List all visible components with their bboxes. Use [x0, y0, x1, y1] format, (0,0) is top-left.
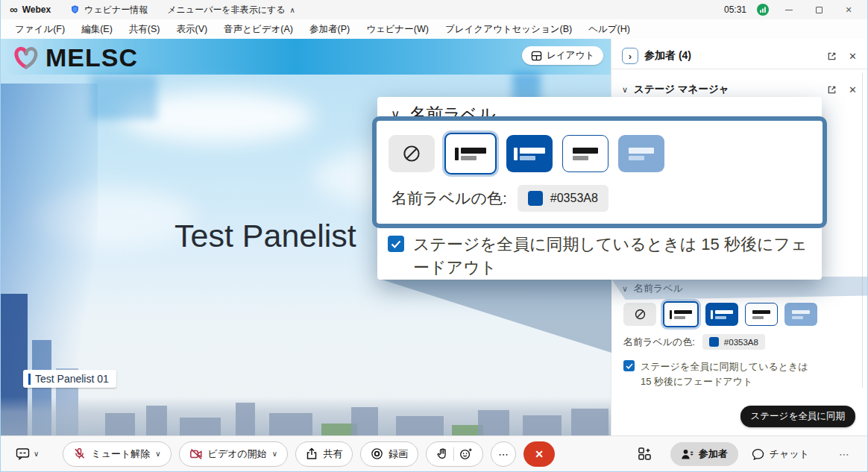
participants-icon: [681, 448, 694, 460]
label-style-accent-filled-option[interactable]: [705, 303, 738, 326]
hide-menubar-button[interactable]: メニューバーを非表示にする ∧: [167, 4, 295, 16]
label-style-plain-option[interactable]: [562, 135, 608, 172]
unmute-label: ミュート解除: [91, 447, 150, 461]
menu-share[interactable]: 共有(S): [121, 19, 169, 39]
close-window-button[interactable]: ✕: [839, 3, 858, 16]
chevron-right-icon: ›: [629, 51, 632, 62]
name-label-color-label: 名前ラベルの色:: [623, 336, 695, 349]
participants-panel-title: 参加者 (4): [644, 49, 691, 63]
label-style-none-option[interactable]: [623, 303, 656, 326]
name-label-color-picker[interactable]: #0353A8: [518, 185, 608, 212]
blocked-icon: [634, 308, 647, 321]
color-hex-value: #0353A8: [550, 192, 598, 205]
name-label-accent-bar: [28, 374, 31, 385]
label-style-accent-light-option-selected[interactable]: [444, 133, 497, 174]
menu-audio-video[interactable]: 音声とビデオ(A): [216, 19, 301, 39]
participants-panel-toggle[interactable]: 参加者: [670, 442, 738, 466]
name-label-color-picker[interactable]: #0353A8: [702, 334, 765, 350]
menu-help[interactable]: ヘルプ(H): [580, 19, 638, 39]
maximize-button[interactable]: [809, 3, 828, 16]
panel-divider: [611, 69, 867, 69]
reactions-smiley-icon[interactable]: [459, 447, 473, 460]
apps-icon[interactable]: [638, 447, 652, 461]
sync-stage-button[interactable]: ステージを全員に同期: [740, 406, 855, 427]
meeting-timer: 05:31: [724, 4, 746, 15]
close-panel-icon[interactable]: ✕: [849, 84, 857, 95]
divider: [453, 447, 454, 461]
chevron-down-icon: ∨: [155, 450, 160, 458]
connection-quality-icon: [757, 4, 769, 16]
label-style-translucent-option[interactable]: [784, 303, 817, 326]
collapse-panel-button[interactable]: ›: [622, 48, 638, 64]
magnifier-highlight-box: 名前ラベルの色: #0353A8: [372, 116, 827, 228]
unmute-button[interactable]: ミュート解除 ∨: [63, 441, 171, 467]
app-logo: ∞ Webex: [10, 4, 51, 15]
chevron-down-icon: ∨: [622, 284, 628, 294]
brand-name: MELSC: [45, 43, 138, 72]
menu-edit[interactable]: 編集(E): [73, 19, 121, 39]
menu-breakout[interactable]: ブレイクアウトセッション(B): [437, 19, 580, 39]
label-style-accent-filled-option[interactable]: [506, 135, 553, 172]
chevron-down-icon: ∨: [34, 450, 39, 458]
name-label-color-label: 名前ラベルの色:: [391, 188, 507, 209]
menu-view[interactable]: 表示(V): [168, 19, 216, 39]
fade-out-checkbox[interactable]: [623, 360, 635, 371]
minimize-button[interactable]: [779, 3, 799, 16]
check-icon: [391, 240, 401, 248]
blocked-icon: [402, 144, 421, 163]
chat-panel-toggle[interactable]: チャット: [746, 447, 815, 461]
share-screen-icon: [306, 447, 318, 460]
captions-button[interactable]: ∨: [16, 447, 39, 460]
pop-out-icon[interactable]: [827, 85, 837, 95]
record-label: 録画: [389, 447, 408, 461]
close-panel-icon[interactable]: ✕: [849, 51, 857, 62]
brand-logo: MELSC: [11, 43, 138, 72]
magnified-label-style-options: [377, 121, 823, 174]
app-name: Webex: [22, 4, 51, 15]
record-button[interactable]: 録画: [360, 441, 418, 467]
start-video-label: ビデオの開始: [208, 447, 267, 461]
fade-out-label: ステージを全員に同期しているときは 15 秒後にフェードアウト: [413, 233, 810, 279]
color-swatch: [528, 191, 543, 206]
label-style-accent-light-option-selected[interactable]: [663, 301, 699, 327]
leave-webinar-button[interactable]: ✕: [523, 441, 555, 467]
raise-hand-icon[interactable]: [436, 447, 448, 460]
panel-scrollbar[interactable]: [862, 73, 863, 388]
name-label-section-header[interactable]: ∨ 名前ラベル: [611, 277, 867, 300]
start-video-button[interactable]: ビデオの開始 ∨: [179, 441, 289, 467]
magnified-name-label-color-row: 名前ラベルの色: #0353A8: [377, 174, 823, 212]
hide-menubar-label: メニューバーを非表示にする: [167, 4, 285, 16]
more-icon: ⋯: [498, 448, 509, 460]
share-button[interactable]: 共有: [295, 441, 353, 467]
participants-panel-header: › 参加者 (4) ✕: [611, 45, 867, 67]
fade-out-label: ステージを全員に同期しているときは 15 秒後にフェードアウト: [641, 359, 808, 389]
label-style-none-option[interactable]: [389, 135, 435, 172]
layout-button[interactable]: レイアウト: [522, 46, 603, 65]
webinar-info-button[interactable]: ウェビナー情報: [70, 4, 148, 16]
magnifier-popup: ∨ 名前ラベル: [377, 97, 822, 280]
reactions-group: [426, 441, 483, 467]
label-style-translucent-option[interactable]: [618, 135, 664, 172]
shield-icon: [70, 4, 80, 15]
toolbar-overflow-button[interactable]: ⋯: [836, 448, 852, 460]
camera-off-icon: [189, 448, 203, 460]
webinar-info-label: ウェビナー情報: [84, 4, 148, 16]
participants-label: 参加者: [699, 447, 728, 461]
pop-out-icon[interactable]: [827, 51, 837, 61]
magnified-fade-out-setting: ステージを全員に同期しているときは 15 秒後にフェードアウト: [388, 233, 810, 279]
fade-out-checkbox[interactable]: [388, 236, 404, 252]
menu-participants[interactable]: 参加者(P): [301, 19, 358, 39]
menu-webinar[interactable]: ウェビナー(W): [358, 19, 437, 39]
maximize-icon: [816, 7, 823, 13]
video-name-label: Test Panelist 01: [23, 370, 116, 388]
close-icon: ✕: [535, 448, 544, 460]
record-icon: [371, 447, 383, 460]
color-hex-value: #0353A8: [724, 338, 758, 347]
color-swatch: [709, 337, 719, 347]
city-skyline: [1, 397, 612, 435]
label-style-plain-option[interactable]: [745, 303, 778, 326]
menu-file[interactable]: ファイル(F): [7, 19, 73, 39]
share-label: 共有: [323, 447, 342, 461]
stage-participant-name: Test Panelist: [174, 218, 356, 254]
more-options-button[interactable]: ⋯: [491, 441, 516, 467]
